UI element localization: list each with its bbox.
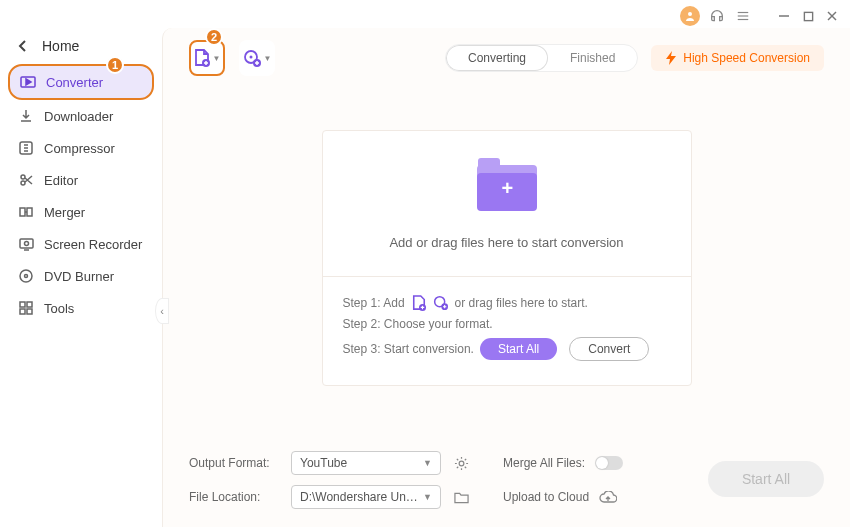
sidebar-item-editor[interactable]: Editor xyxy=(8,164,154,196)
svg-point-11 xyxy=(21,175,25,179)
chevron-down-icon: ▼ xyxy=(423,458,432,468)
toolbar: 2 ▼ ▼ Converting Finished H xyxy=(163,28,850,76)
svg-rect-19 xyxy=(20,302,25,307)
settings-gear-icon[interactable] xyxy=(451,456,471,471)
svg-rect-15 xyxy=(20,239,33,248)
chevron-down-icon: ▼ xyxy=(264,54,272,63)
sidebar-item-converter[interactable]: Converter 1 xyxy=(8,64,154,100)
sidebar-item-merger[interactable]: Merger xyxy=(8,196,154,228)
video-converter-icon xyxy=(20,74,36,90)
svg-rect-20 xyxy=(27,302,32,307)
add-dvd-mini-icon xyxy=(433,295,449,311)
svg-point-0 xyxy=(688,12,692,16)
download-icon xyxy=(18,108,34,124)
file-location-label: File Location: xyxy=(189,490,281,504)
sidebar-item-dvd-burner[interactable]: DVD Burner xyxy=(8,260,154,292)
output-format-select[interactable]: YouTube ▼ xyxy=(291,451,441,475)
status-tabs: Converting Finished xyxy=(445,44,638,72)
user-avatar-icon[interactable] xyxy=(680,6,700,26)
app-body: Home Converter 1 Downloader Compressor xyxy=(0,28,850,527)
sidebar-item-label: Editor xyxy=(44,173,78,188)
tab-converting[interactable]: Converting xyxy=(446,45,548,71)
svg-point-30 xyxy=(459,461,464,466)
svg-rect-14 xyxy=(27,208,32,216)
svg-point-25 xyxy=(249,56,252,59)
step3-text: Step 3: Start conversion. xyxy=(343,342,474,356)
step-3: Step 3: Start conversion. Start All Conv… xyxy=(343,337,671,361)
titlebar xyxy=(0,0,850,28)
home-nav[interactable]: Home xyxy=(0,34,162,64)
svg-point-17 xyxy=(20,270,32,282)
add-file-mini-icon xyxy=(411,295,427,311)
window-maximize-icon[interactable] xyxy=(800,8,816,24)
sidebar-item-label: Compressor xyxy=(44,141,115,156)
chevron-down-icon: ▼ xyxy=(213,54,221,63)
add-dvd-button[interactable]: ▼ xyxy=(239,40,275,76)
svg-rect-22 xyxy=(27,309,32,314)
chevron-down-icon: ▼ xyxy=(423,492,432,502)
disc-icon xyxy=(18,268,34,284)
svg-rect-5 xyxy=(804,12,812,20)
svg-point-16 xyxy=(24,241,28,245)
scissors-icon xyxy=(18,172,34,188)
file-location-select[interactable]: D:\Wondershare UniConverter 1 ▼ xyxy=(291,485,441,509)
svg-marker-9 xyxy=(26,79,31,85)
folder-plus-icon: + xyxy=(472,159,542,211)
main-panel: 2 ▼ ▼ Converting Finished H xyxy=(162,28,850,527)
sidebar-item-label: Downloader xyxy=(44,109,113,124)
window-minimize-icon[interactable] xyxy=(776,8,792,24)
add-dvd-icon xyxy=(243,49,261,67)
sidebar-item-screen-recorder[interactable]: Screen Recorder xyxy=(8,228,154,260)
back-arrow-icon xyxy=(18,39,30,53)
output-format-label: Output Format: xyxy=(189,456,281,470)
annotation-badge-1: 1 xyxy=(106,56,124,74)
support-headset-icon[interactable] xyxy=(708,7,726,25)
app-window: Home Converter 1 Downloader Compressor xyxy=(0,0,850,527)
sidebar-item-downloader[interactable]: Downloader xyxy=(8,100,154,132)
sidebar-nav: Converter 1 Downloader Compressor Editor xyxy=(0,64,162,324)
svg-point-12 xyxy=(21,181,25,185)
sidebar-item-label: Converter xyxy=(46,75,103,90)
sidebar-item-label: Merger xyxy=(44,205,85,220)
add-file-button[interactable]: ▼ xyxy=(189,40,225,76)
step-2: Step 2: Choose your format. xyxy=(343,317,671,331)
drop-zone[interactable]: + Add or drag files here to start conver… xyxy=(322,130,692,386)
step-1: Step 1: Add or drag files here to start. xyxy=(343,295,671,311)
upload-cloud-label: Upload to Cloud xyxy=(503,490,589,504)
drop-zone-top: + Add or drag files here to start conver… xyxy=(323,131,691,276)
svg-rect-13 xyxy=(20,208,25,216)
file-location-value: D:\Wondershare UniConverter 1 xyxy=(300,490,420,504)
cloud-upload-icon[interactable] xyxy=(599,488,617,506)
sidebar: Home Converter 1 Downloader Compressor xyxy=(0,28,162,527)
lightning-icon xyxy=(665,51,677,65)
annotation-badge-2: 2 xyxy=(205,28,223,46)
add-buttons-group: 2 ▼ ▼ xyxy=(189,40,275,76)
svg-point-18 xyxy=(25,275,28,278)
footer: Output Format: YouTube ▼ Merge All Files… xyxy=(163,439,850,527)
convert-pill-button[interactable]: Convert xyxy=(569,337,649,361)
step1-pre: Step 1: Add xyxy=(343,296,405,310)
add-file-icon xyxy=(194,49,210,67)
compress-icon xyxy=(18,140,34,156)
step1-post: or drag files here to start. xyxy=(455,296,588,310)
svg-rect-21 xyxy=(20,309,25,314)
drop-message: Add or drag files here to start conversi… xyxy=(343,235,671,250)
sidebar-item-tools[interactable]: Tools xyxy=(8,292,154,324)
start-all-button[interactable]: Start All xyxy=(708,461,824,497)
screen-rec-icon xyxy=(18,236,34,252)
sidebar-item-compressor[interactable]: Compressor xyxy=(8,132,154,164)
tab-finished[interactable]: Finished xyxy=(548,45,637,71)
open-folder-icon[interactable] xyxy=(451,491,471,504)
merge-icon xyxy=(18,204,34,220)
merge-files-label: Merge All Files: xyxy=(503,456,585,470)
grid-icon xyxy=(18,300,34,316)
sidebar-collapse-handle[interactable]: ‹ xyxy=(155,298,169,324)
merge-files-toggle[interactable] xyxy=(595,456,623,470)
sidebar-item-label: Tools xyxy=(44,301,74,316)
menu-hamburger-icon[interactable] xyxy=(734,7,752,25)
window-close-icon[interactable] xyxy=(824,8,840,24)
high-speed-badge[interactable]: High Speed Conversion xyxy=(651,45,824,71)
home-label: Home xyxy=(42,38,79,54)
start-all-pill-button[interactable]: Start All xyxy=(480,338,557,360)
drop-steps: Step 1: Add or drag files here to start.… xyxy=(323,276,691,385)
